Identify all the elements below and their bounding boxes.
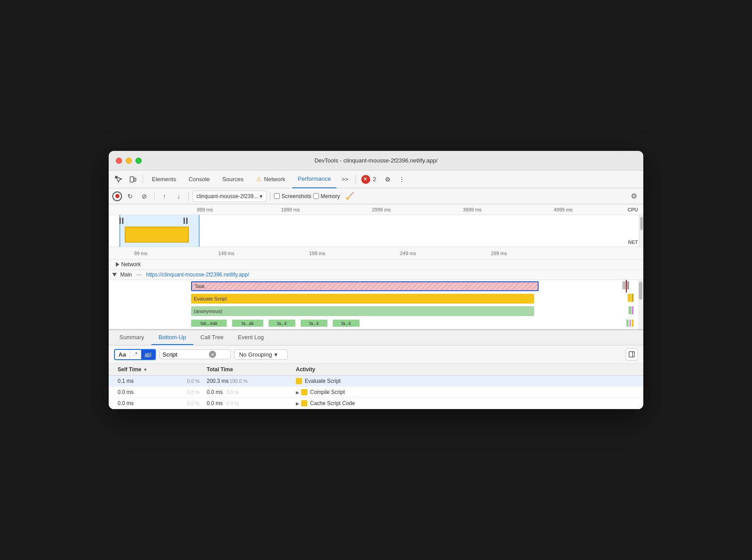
th-activity: Activity	[292, 364, 638, 375]
activity-icon-2	[301, 389, 307, 395]
evaluate-label: Evaluate Script	[194, 296, 227, 301]
title-bar: DevTools - clinquant-mousse-2f2396.netli…	[109, 151, 643, 170]
perf-settings-icon[interactable]: ⚙	[628, 191, 640, 202]
minimize-button[interactable]	[126, 158, 132, 164]
flame-row-task[interactable]: Task	[109, 280, 638, 292]
url-selector[interactable]: clinquant-mousse-2f239... ▾	[192, 191, 266, 202]
perf-toolbar: ↻ ⊘ ↑ ↓ clinquant-mousse-2f239... ▾ Scre…	[109, 188, 643, 204]
svg-rect-2	[134, 178, 136, 181]
regex-button[interactable]: .*	[130, 350, 141, 359]
tab-sources[interactable]: Sources	[217, 170, 249, 188]
flame-row-small[interactable]: tak...eak ta...ak ta...k ta...k	[109, 317, 638, 329]
main-url: https://clinquant-mousse-2f2396.netlify.…	[146, 272, 249, 278]
case-sensitive-button[interactable]: Aa	[115, 350, 130, 359]
more-tabs-button[interactable]: >>	[338, 170, 352, 188]
activity-icon-3	[301, 400, 307, 406]
expand-icon-2[interactable]: ▶	[296, 390, 299, 395]
table-row[interactable]: 0.1 ms 0.0 % 200.3 ms 100.0 % Evaluate S…	[109, 376, 643, 387]
overview-chart[interactable]: NET 3	[109, 215, 643, 247]
maximize-button[interactable]	[135, 158, 142, 164]
network-expand-icon[interactable]	[116, 262, 119, 267]
expand-icon-3[interactable]: ▶	[296, 401, 299, 406]
filter-row: Aa .* ab| ✕ No Grouping ▾	[109, 345, 643, 364]
tab-elements[interactable]: Elements	[147, 170, 181, 188]
error-badge: ✕	[361, 175, 370, 184]
flame-bar-task[interactable]: Task	[191, 281, 539, 291]
small-right-blocks	[626, 320, 633, 327]
panel-toggle-button[interactable]	[625, 348, 638, 361]
tab-bottom-up[interactable]: Bottom-Up	[151, 330, 193, 345]
td-activity-1: Evaluate Script	[292, 376, 638, 386]
small-bar-3[interactable]: ta...k	[269, 320, 295, 327]
flame-row-evaluate[interactable]: Evaluate Script	[109, 292, 638, 305]
error-count: 2	[373, 176, 376, 183]
overview-scrollbar[interactable]	[639, 215, 643, 247]
reload-button[interactable]: ↻	[124, 190, 136, 203]
tab-call-tree[interactable]: Call Tree	[193, 330, 231, 345]
device-icon[interactable]	[127, 173, 139, 186]
table-row[interactable]: 0.0 ms 0.0 % 0.0 ms 0.0 % ▶ Cache Script…	[109, 398, 643, 409]
flame-bar-anon[interactable]: (anonymous)	[191, 306, 534, 316]
th-total-time[interactable]: Total Time	[203, 364, 292, 375]
td-activity-3: ▶ Cache Script Code	[292, 398, 638, 409]
tab-console[interactable]: Console	[183, 170, 215, 188]
filter-buttons-group: Aa .* ab|	[114, 349, 156, 360]
more-options-icon[interactable]: ⋮	[396, 173, 408, 186]
main-label-row[interactable]: Main — https://clinquant-mousse-2f2396.n…	[109, 270, 643, 280]
tab-performance[interactable]: Performance	[292, 170, 336, 188]
window-title: DevTools - clinquant-mousse-2f2396.netli…	[315, 157, 438, 164]
small-bar-4[interactable]: ta...k	[301, 320, 327, 327]
scrollbar-thumb[interactable]	[640, 217, 643, 230]
close-button[interactable]	[116, 158, 122, 164]
svg-rect-3	[629, 352, 634, 357]
small-bar-5[interactable]: ta...k	[333, 320, 360, 327]
memory-checkbox[interactable]: Memory	[313, 193, 340, 199]
network-label-row[interactable]: Network	[109, 260, 643, 270]
tick-249: 249 ms	[400, 251, 416, 256]
tab-network[interactable]: ⚠ Network	[251, 170, 291, 188]
table-header: Self Time ▼ Total Time Activity	[109, 364, 643, 376]
evaluate-right-blocks	[628, 294, 633, 302]
cpu-label: CPU	[628, 207, 638, 212]
flame-bar-evaluate[interactable]: Evaluate Script	[191, 294, 534, 304]
screenshots-checkbox[interactable]: Screenshots	[274, 193, 311, 199]
tab-event-log[interactable]: Event Log	[231, 330, 271, 345]
clear-button[interactable]: ⊘	[138, 190, 151, 203]
td-total-time-2: 0.0 ms 0.0 %	[203, 387, 292, 398]
clean-icon[interactable]: 🧹	[345, 192, 354, 200]
tab-summary[interactable]: Summary	[112, 330, 151, 345]
small-bars-group: tak...eak ta...ak ta...k ta...k	[191, 320, 360, 327]
cpu-block	[125, 227, 189, 243]
search-clear-button[interactable]: ✕	[209, 351, 216, 358]
grouping-dropdown[interactable]: No Grouping ▾	[234, 349, 288, 360]
pause-marker-left	[119, 218, 123, 224]
flame-row-anon[interactable]: (anonymous)	[109, 305, 638, 317]
toolbar-sep2	[356, 175, 356, 184]
net-label: NET	[628, 239, 638, 245]
small-bar-1[interactable]: tak...eak	[191, 320, 227, 327]
tick-299: 299 ms	[491, 251, 507, 256]
main-collapse-icon[interactable]	[112, 273, 117, 276]
upload-button[interactable]: ↑	[158, 190, 171, 203]
whole-word-button[interactable]: ab|	[141, 350, 155, 359]
td-total-time-3: 0.0 ms 0.0 %	[203, 398, 292, 409]
record-button[interactable]	[112, 191, 122, 201]
sep4	[188, 192, 189, 201]
flame-main: Task Evaluate Script	[109, 280, 638, 329]
table-row[interactable]: 0.0 ms 0.0 % 0.0 ms 0.0 % ▶ Compile Scri…	[109, 387, 643, 398]
tick-2999: 2999 ms	[372, 207, 391, 212]
grouping-label: No Grouping	[239, 351, 272, 358]
settings-icon[interactable]: ⚙	[381, 173, 394, 186]
flame-scrollbar-thumb[interactable]	[639, 282, 642, 300]
sep3	[154, 192, 155, 201]
search-input[interactable]	[163, 351, 207, 358]
th-self-time[interactable]: Self Time ▼	[114, 364, 203, 375]
flame-scrollbar[interactable]	[638, 280, 643, 329]
svg-rect-1	[130, 177, 134, 182]
download-button[interactable]: ↓	[172, 190, 185, 203]
inspect-icon[interactable]	[112, 173, 125, 186]
sep5	[270, 192, 270, 201]
warning-icon: ⚠	[256, 176, 262, 183]
small-bar-2[interactable]: ta...ak	[232, 320, 263, 327]
tick-4999: 4999 ms	[554, 207, 572, 212]
